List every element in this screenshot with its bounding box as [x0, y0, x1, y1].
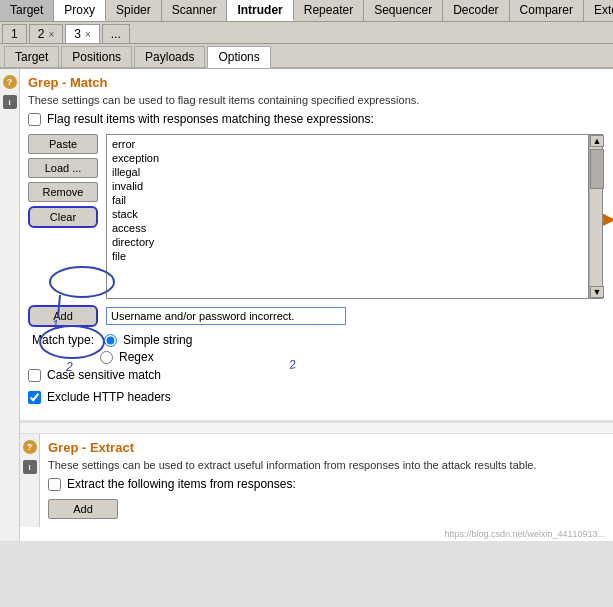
- match-type-row: Match type: Simple string: [32, 333, 603, 347]
- tab-1-label: 1: [11, 27, 18, 41]
- numbered-tab-bar: 1 2 × 3 × ...: [0, 22, 613, 44]
- radio-simple-string[interactable]: [104, 334, 117, 347]
- list-item: invalid: [109, 179, 586, 193]
- add-input-row: Add: [28, 305, 603, 327]
- match-type-section: Match type: Simple string Regex: [32, 333, 603, 364]
- list-item: exception: [109, 151, 586, 165]
- grep-match-container: Grep - Match These settings can be used …: [20, 69, 613, 422]
- exclude-http-label: Exclude HTTP headers: [47, 390, 171, 404]
- list-item: error: [109, 137, 586, 151]
- regex-radio-row: Regex: [100, 350, 603, 364]
- help-icon-1[interactable]: ?: [3, 75, 17, 89]
- tab-2-label: 2: [38, 27, 45, 41]
- info-icon-1[interactable]: i: [3, 95, 17, 109]
- extract-add-row: Add: [48, 499, 603, 519]
- menu-proxy[interactable]: Proxy: [54, 0, 106, 21]
- list-item: stack: [109, 207, 586, 221]
- tab-3[interactable]: 3 ×: [65, 24, 100, 43]
- menu-spider[interactable]: Spider: [106, 0, 162, 21]
- add-expression-input[interactable]: [106, 307, 346, 325]
- menu-intruder[interactable]: Intruder: [227, 0, 293, 21]
- case-sensitive-checkbox[interactable]: [28, 369, 41, 382]
- regex-label: Regex: [119, 350, 154, 364]
- list-box-wrapper: error exception illegal invalid fail sta…: [106, 134, 603, 299]
- add-button[interactable]: Add: [28, 305, 98, 327]
- paste-button[interactable]: Paste: [28, 134, 98, 154]
- tab-more-label: ...: [111, 27, 121, 41]
- side-expand-arrow[interactable]: ▶: [603, 209, 613, 228]
- grep-extract-section: Grep - Extract These settings can be use…: [40, 434, 613, 527]
- scroll-down-arrow[interactable]: ▼: [590, 286, 604, 298]
- sub-tab-options[interactable]: Options: [207, 46, 270, 68]
- watermark: https://blog.csdn.net/weixin_44110913...: [20, 527, 613, 541]
- menu-sequencer[interactable]: Sequencer: [364, 0, 443, 21]
- flag-result-label: Flag result items with responses matchin…: [47, 112, 374, 126]
- menu-comparer[interactable]: Comparer: [510, 0, 584, 21]
- exclude-http-checkbox[interactable]: [28, 391, 41, 404]
- menu-bar: Target Proxy Spider Scanner Intruder Rep…: [0, 0, 613, 22]
- tab-3-label: 3: [74, 27, 81, 41]
- main-content: ? i Grep - Match These settings can be u…: [0, 69, 613, 541]
- menu-target[interactable]: Target: [0, 0, 54, 21]
- radio-regex[interactable]: [100, 351, 113, 364]
- list-item: fail: [109, 193, 586, 207]
- menu-repeater[interactable]: Repeater: [294, 0, 364, 21]
- match-list-box[interactable]: error exception illegal invalid fail sta…: [106, 134, 589, 299]
- info-icon-2[interactable]: i: [23, 460, 37, 474]
- flag-result-checkbox[interactable]: [28, 113, 41, 126]
- list-item: illegal: [109, 165, 586, 179]
- menu-extender[interactable]: Extender: [584, 0, 613, 21]
- list-item: access: [109, 221, 586, 235]
- sub-tab-bar: Target Positions Payloads Options: [0, 44, 613, 69]
- scroll-up-arrow[interactable]: ▲: [590, 135, 604, 147]
- extract-checkbox[interactable]: [48, 478, 61, 491]
- tab-3-close[interactable]: ×: [85, 29, 91, 40]
- menu-decoder[interactable]: Decoder: [443, 0, 509, 21]
- tab-2[interactable]: 2 ×: [29, 24, 64, 43]
- grep-extract-title: Grep - Extract: [48, 440, 603, 455]
- list-item: directory: [109, 235, 586, 249]
- sub-tab-target[interactable]: Target: [4, 46, 59, 67]
- grep-match-desc: These settings can be used to flag resul…: [28, 94, 603, 106]
- grep-extract-outer: ? i Grep - Extract These settings can be…: [20, 434, 613, 527]
- load-button[interactable]: Load ...: [28, 158, 98, 178]
- extract-add-button[interactable]: Add: [48, 499, 118, 519]
- simple-string-label: Simple string: [123, 333, 192, 347]
- remove-button[interactable]: Remove: [28, 182, 98, 202]
- left-sidebar: ? i: [0, 69, 20, 541]
- tab-2-close[interactable]: ×: [48, 29, 54, 40]
- section-spacer: [20, 422, 613, 434]
- help-icon-2[interactable]: ?: [23, 440, 37, 454]
- extract-checkbox-row: Extract the following items from respons…: [48, 477, 603, 491]
- tab-1[interactable]: 1: [2, 24, 27, 43]
- sub-tab-positions[interactable]: Positions: [61, 46, 132, 67]
- case-sensitive-row: Case sensitive match: [28, 368, 603, 382]
- menu-scanner[interactable]: Scanner: [162, 0, 228, 21]
- clear-button[interactable]: Clear: [28, 206, 98, 228]
- scrollbar-track[interactable]: ▲ ▼: [589, 134, 603, 299]
- extract-checkbox-label: Extract the following items from respons…: [67, 477, 296, 491]
- grep-extract-desc: These settings can be used to extract us…: [48, 459, 603, 471]
- grep-match-title: Grep - Match: [28, 75, 603, 90]
- list-item: file: [109, 249, 586, 263]
- scrollbar-thumb[interactable]: [590, 149, 604, 189]
- controls-area: Paste Load ... Remove Clear error except…: [28, 134, 603, 299]
- sub-tab-payloads[interactable]: Payloads: [134, 46, 205, 67]
- match-type-label: Match type:: [32, 333, 94, 347]
- exclude-http-row: Exclude HTTP headers: [28, 390, 603, 404]
- flag-result-checkbox-row: Flag result items with responses matchin…: [28, 112, 603, 126]
- case-sensitive-label: Case sensitive match: [47, 368, 161, 382]
- left-sidebar-2: ? i: [20, 434, 40, 527]
- content-with-sidebar: ? i Grep - Match These settings can be u…: [0, 69, 613, 541]
- buttons-column: Paste Load ... Remove Clear: [28, 134, 98, 299]
- tab-more[interactable]: ...: [102, 24, 130, 43]
- grep-match-section: Grep - Match These settings can be used …: [20, 69, 613, 541]
